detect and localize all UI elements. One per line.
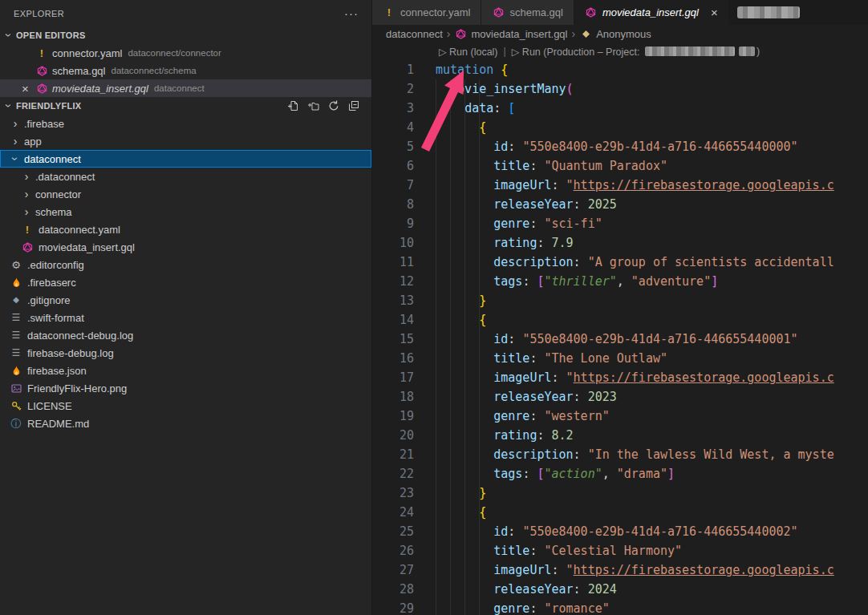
code-line-11[interactable]: 11 description: "A group of scientists a… <box>372 253 868 272</box>
tab-connector.yaml[interactable]: !connector.yaml <box>372 0 481 25</box>
code-line-3[interactable]: 3 data: [ <box>372 99 868 118</box>
code-line-16[interactable]: 16 title: "The Lone Outlaw" <box>372 349 868 368</box>
code-line-21[interactable]: 21 description: "In the lawless Wild Wes… <box>372 445 868 464</box>
breadcrumb-Anonymous[interactable]: Anonymous <box>579 27 651 40</box>
image-icon <box>10 382 22 394</box>
code-line-23[interactable]: 23 } <box>372 484 868 503</box>
code-line-22[interactable]: 22 tags: ["action", "drama"] <box>372 464 868 484</box>
breadcrumb-separator: › <box>447 27 451 40</box>
tree-file-README.md[interactable]: ⓘREADME.md <box>0 415 371 432</box>
close-icon[interactable]: × <box>22 83 35 95</box>
open-editors-label: OPEN EDITORS <box>16 30 86 40</box>
run-production-link[interactable]: ▷ Run (Production – Project: ) <box>512 46 760 58</box>
line-number: 17 <box>372 368 414 387</box>
code-line-10[interactable]: 10 rating: 7.9 <box>372 233 868 253</box>
tab-bar: !connector.yamlschema.gqlmoviedata_inser… <box>372 0 868 25</box>
tree-file-.swift-format[interactable]: ☰.swift-format <box>0 309 371 326</box>
code-line-12[interactable]: 12 tags: ["thriller", "adventure"] <box>372 272 868 291</box>
code-line-9[interactable]: 9 genre: "sci-fi" <box>372 214 868 233</box>
code-line-7[interactable]: 7 imageUrl: "https://firebasestorage.goo… <box>372 176 868 195</box>
tab-moviedata_insert.gql[interactable]: moviedata_insert.gql× <box>574 0 729 25</box>
breadcrumb-moviedata_insert.gql[interactable]: moviedata_insert.gql <box>455 27 568 40</box>
tree-file-firebase-debug.log[interactable]: ☰firebase-debug.log <box>0 344 371 362</box>
tree-folder-app[interactable]: ›app <box>0 132 371 150</box>
code-line-14[interactable]: 14 { <box>372 310 868 330</box>
line-number: 6 <box>372 156 414 176</box>
tab-schema.gql[interactable]: schema.gql <box>481 0 574 25</box>
code-line-15[interactable]: 15 id: "550e8400-e29b-41d4-a716-44665544… <box>372 330 868 349</box>
tree-file-dataconnect.yaml[interactable]: !dataconnect.yaml <box>0 221 371 238</box>
tree-file-moviedata_insert.gql[interactable]: moviedata_insert.gql <box>0 238 371 256</box>
code-line-1[interactable]: 1mutation { <box>372 60 868 79</box>
tree-file-.gitignore[interactable]: ◆.gitignore <box>0 291 371 309</box>
breadcrumb-dataconnect[interactable]: dataconnect <box>386 28 443 40</box>
code-line-24[interactable]: 24 { <box>372 503 868 522</box>
more-actions-icon[interactable]: ··· <box>344 7 359 19</box>
line-content: imageUrl: "https://firebasestorage.googl… <box>414 176 834 195</box>
line-content: title: "The Lone Outlaw" <box>414 349 667 368</box>
code-line-13[interactable]: 13 } <box>372 291 868 310</box>
tree-file-.editorconfig[interactable]: ⚙.editorconfig <box>0 256 371 273</box>
tree-file-.firebaserc[interactable]: .firebaserc <box>0 273 371 291</box>
workspace-header[interactable]: › FRIENDLYFLIX <box>0 97 371 115</box>
code-line-26[interactable]: 26 title: "Celestial Harmony" <box>372 541 868 560</box>
code-line-29[interactable]: 29 genre: "romance" <box>372 599 868 615</box>
file-name: .swift-format <box>27 312 84 324</box>
file-name: .firebase <box>24 118 64 130</box>
line-number: 25 <box>372 522 414 541</box>
file-name: dataconnect.yaml <box>39 224 120 236</box>
tree-folder-.firebase[interactable]: ›.firebase <box>0 115 371 132</box>
vscode-window: EXPLORER ··· › OPEN EDITORS !connector.y… <box>0 0 868 615</box>
code-line-28[interactable]: 28 releaseYear: 2024 <box>372 580 868 599</box>
tree-folder-schema[interactable]: ›schema <box>0 203 371 221</box>
line-content: genre: "western" <box>414 407 610 426</box>
tree-folder-.dataconnect[interactable]: ›.dataconnect <box>0 168 371 185</box>
code-line-8[interactable]: 8 releaseYear: 2025 <box>372 195 868 214</box>
tree-file-dataconnect-debug.log[interactable]: ☰dataconnect-debug.log <box>0 326 371 344</box>
refresh-icon[interactable] <box>327 99 340 112</box>
chevron-right-icon: › <box>10 118 21 129</box>
open-editors-header[interactable]: › OPEN EDITORS <box>0 26 371 44</box>
new-folder-icon[interactable] <box>307 99 320 112</box>
code-line-19[interactable]: 19 genre: "western" <box>372 407 868 426</box>
run-local-link[interactable]: ▷ Run (local) <box>439 46 498 58</box>
code-line-20[interactable]: 20 rating: 8.2 <box>372 426 868 445</box>
code-line-5[interactable]: 5 id: "550e8400-e29b-41d4-a716-446655440… <box>372 137 868 156</box>
tab-label: moviedata_insert.gql <box>602 6 699 18</box>
line-number: 23 <box>372 484 414 503</box>
line-number: 27 <box>372 560 414 580</box>
line-number: 18 <box>372 387 414 407</box>
code-line-25[interactable]: 25 id: "550e8400-e29b-41d4-a716-44665544… <box>372 522 868 541</box>
code-line-2[interactable]: 2 movie_insertMany( <box>372 79 868 99</box>
line-content: mutation { <box>414 60 508 79</box>
line-content: rating: 8.2 <box>414 426 574 445</box>
file-name: .gitignore <box>27 294 70 306</box>
graphql-icon <box>35 64 48 77</box>
tree-file-firebase.json[interactable]: firebase.json <box>0 362 371 379</box>
breadcrumb-separator: › <box>571 27 575 40</box>
graphql-icon <box>21 241 34 253</box>
code-line-18[interactable]: 18 releaseYear: 2023 <box>372 387 868 407</box>
tree-folder-dataconnect[interactable]: ›dataconnect <box>0 150 371 168</box>
collapse-all-icon[interactable] <box>347 99 360 112</box>
code-line-27[interactable]: 27 imageUrl: "https://firebasestorage.go… <box>372 560 868 580</box>
code-line-4[interactable]: 4 { <box>372 118 868 137</box>
line-number: 7 <box>372 176 414 195</box>
code-line-6[interactable]: 6 title: "Quantum Paradox" <box>372 156 868 176</box>
tree-file-LICENSE[interactable]: LICENSE <box>0 397 371 415</box>
file-name: firebase-debug.log <box>27 347 114 359</box>
tree-folder-connector[interactable]: ›connector <box>0 185 371 203</box>
file-name: .dataconnect <box>35 171 95 183</box>
new-file-icon[interactable] <box>287 99 300 112</box>
chevron-right-icon: › <box>21 188 32 200</box>
indent-guide <box>436 79 436 615</box>
open-editor-moviedata_insert.gql[interactable]: ×moviedata_insert.gqldataconnect <box>0 79 371 97</box>
code-editor[interactable]: 1mutation {2 movie_insertMany(3 data: [4… <box>372 60 868 615</box>
code-line-17[interactable]: 17 imageUrl: "https://firebasestorage.go… <box>372 368 868 387</box>
open-editor-connector.yaml[interactable]: !connector.yamldataconnect/connector <box>0 44 371 62</box>
tree-file-FriendlyFlix-Hero.png[interactable]: FriendlyFlix-Hero.png <box>0 379 371 397</box>
indent-guide <box>450 79 451 615</box>
open-editor-schema.gql[interactable]: schema.gqldataconnect/schema <box>0 62 371 79</box>
file-name: connector <box>35 188 81 200</box>
close-icon[interactable]: × <box>711 6 718 18</box>
